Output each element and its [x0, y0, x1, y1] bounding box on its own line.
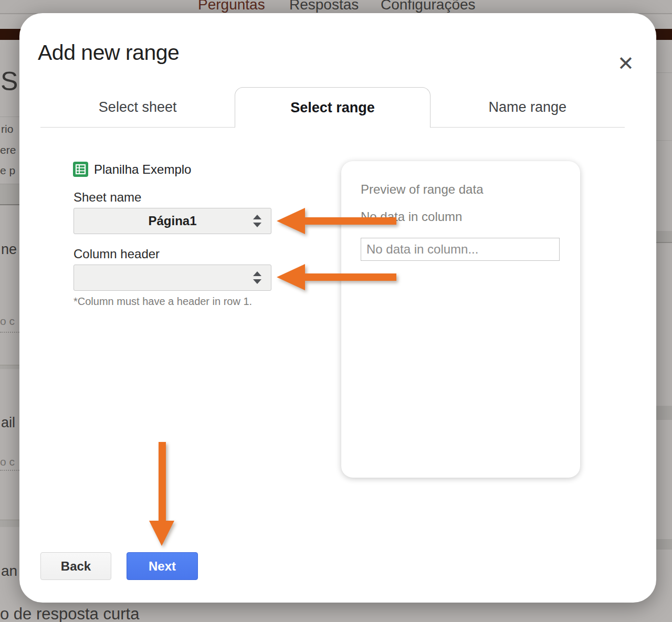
tab-select-range[interactable]: Select range: [235, 87, 430, 128]
spreadsheet-name: Planilha Exemplo: [94, 162, 191, 177]
divider: [0, 520, 19, 527]
divider: [0, 204, 19, 205]
bg-fragment-title: S: [1, 66, 18, 97]
divider: [0, 332, 19, 333]
divider: [656, 72, 672, 73]
back-button[interactable]: Back: [40, 552, 111, 580]
divider: [656, 406, 672, 420]
bg-fragment-question-type: o de resposta curta: [0, 605, 139, 622]
column-header-select-value: [74, 265, 271, 290]
nav-tab-perguntas: Perguntas: [198, 0, 265, 13]
bg-fragment-word: ere: [0, 144, 16, 156]
tab-select-sheet[interactable]: Select sheet: [40, 87, 235, 128]
tab-name-range[interactable]: Name range: [430, 87, 625, 128]
bg-fragment-field: ne: [1, 241, 17, 258]
preview-input[interactable]: [361, 238, 560, 261]
next-button[interactable]: Next: [127, 552, 198, 580]
divider: [656, 539, 672, 550]
bg-fragment-helper: o c: [0, 456, 15, 468]
dialog-title: Add new range: [38, 40, 179, 65]
column-header-label: Column header: [74, 247, 160, 261]
bg-fragment-word: e p: [0, 164, 15, 177]
nav-tab-respostas: Respostas: [289, 0, 359, 13]
column-header-select[interactable]: [74, 265, 271, 291]
divider: [656, 231, 672, 243]
nav-tab-configuracoes: Configurações: [381, 0, 476, 13]
preview-title: Preview of range data: [361, 182, 483, 197]
column-note: *Column must have a header in row 1.: [74, 296, 252, 308]
screen: Perguntas Respostas Configurações S rio …: [0, 0, 672, 622]
sort-arrows-icon: [253, 271, 261, 284]
spreadsheet-icon: [73, 162, 88, 177]
divider: [0, 117, 19, 117]
divider: [0, 470, 19, 471]
bg-fragment-helper: o c: [0, 315, 15, 328]
annotation-arrow-next-button: [149, 442, 175, 546]
divider: [656, 140, 672, 141]
close-icon[interactable]: ✕: [614, 52, 637, 75]
forms-header-bar: Perguntas Respostas Configurações: [0, 0, 672, 14]
annotation-arrow-sheet-select: [277, 208, 396, 234]
annotation-arrow-column-select: [277, 264, 396, 290]
sort-arrows-icon: [253, 214, 261, 228]
sheet-name-label: Sheet name: [74, 190, 141, 205]
sheet-name-select[interactable]: Página1: [74, 208, 271, 234]
bg-fragment-name: an: [1, 563, 17, 579]
bg-fragment-email: ail: [1, 415, 15, 431]
add-range-dialog: ✕ Add new range Select sheet Select rang…: [19, 13, 656, 603]
divider: [0, 365, 19, 369]
sheet-name-select-value: Página1: [74, 208, 271, 234]
divider: [0, 184, 19, 205]
bg-fragment-word: rio: [1, 123, 13, 135]
dialog-tabbar: Select sheet Select range Name range: [40, 87, 625, 128]
